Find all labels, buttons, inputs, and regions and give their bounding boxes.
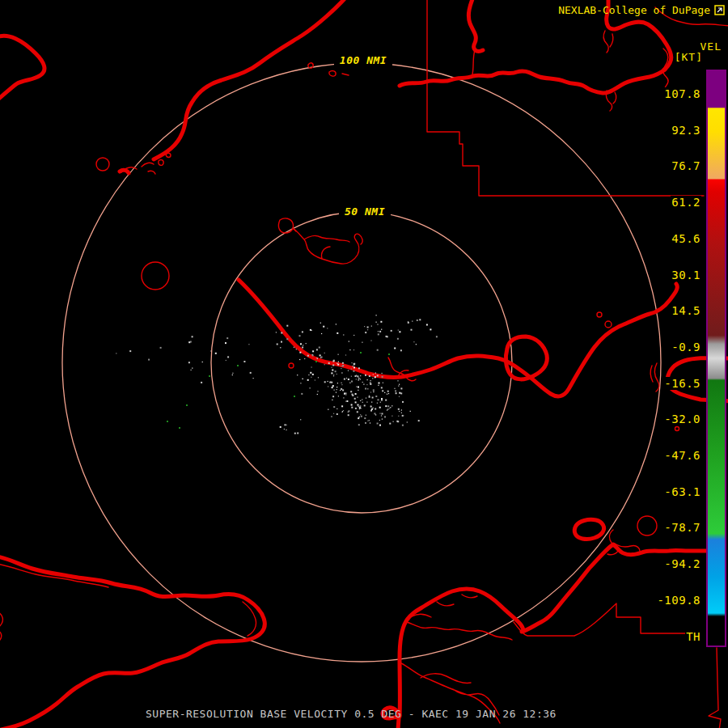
coastline-top-west: [154, 0, 348, 159]
scale-label-612: 61.2: [671, 196, 701, 209]
header-title: NEXLAB-College of DuPage: [558, 4, 725, 16]
southwest-island-inner: [0, 564, 256, 640]
range-ring-100nmi: [62, 63, 661, 662]
scale-label--320: -32.0: [663, 413, 701, 425]
lake-central: [293, 228, 362, 264]
map-borders: [0, 0, 728, 728]
range-ring-50nmi: [211, 212, 512, 513]
tiny-detail-3: [605, 321, 612, 328]
velocity-colorbar: [706, 70, 726, 647]
lake-central-west-loop: [278, 218, 296, 233]
small-island-southeast: [574, 519, 603, 539]
scale-label--165: -16.5: [663, 377, 701, 390]
junction-detail-southeast: [607, 530, 640, 555]
scale-label--09: -0.9: [671, 341, 701, 353]
tiny-detail-1: [289, 363, 294, 368]
ring-label-50nmi: 50 NMI: [345, 205, 385, 218]
border-right-edge: [709, 648, 721, 728]
small-circle-island-1: [96, 158, 109, 171]
title-text: NEXLAB-College of DuPage: [558, 4, 710, 16]
scale-label-145: 14.5: [671, 304, 701, 317]
scale-label-1078: 107.8: [663, 87, 701, 100]
product-caption: SUPER-RESOLUTION BASE VELOCITY 0.5 DEG -…: [146, 708, 557, 720]
ring-labels: 100 NMI 50 NMI: [334, 53, 392, 218]
scale-units-kt: [KT]: [675, 51, 703, 63]
ring-label-100nmi: 100 NMI: [340, 54, 387, 66]
inlet-detail-east: [650, 363, 659, 392]
scale-label-923: 92.3: [671, 124, 701, 137]
coastline-top-inlet: [468, 0, 483, 51]
scale-label--942: -94.2: [663, 557, 701, 570]
radar-echoes: [116, 315, 438, 434]
radar-map: 100 NMI 50 NMI: [0, 0, 728, 728]
scale-label-301: 30.1: [671, 269, 701, 281]
coastline-central: [239, 280, 677, 396]
county-border-southeast: [514, 603, 686, 636]
inlet-detail-north: [472, 31, 613, 74]
small-circle-island-3: [637, 516, 657, 535]
dupage-logo-icon: [714, 5, 725, 15]
coastline-southwest-island: [0, 557, 265, 728]
scale-label-767: 76.7: [671, 159, 701, 172]
scale-label--631: -63.1: [663, 485, 701, 498]
small-circle-island-2: [142, 262, 169, 290]
scale-label--787: -78.7: [663, 521, 701, 534]
coastline-south-island: [400, 544, 709, 717]
scale-units-vel: VEL: [700, 40, 722, 53]
scale-label-456: 45.6: [671, 232, 701, 245]
scale-label-TH: TH: [685, 630, 701, 643]
county-border-northeast: [427, 0, 704, 196]
scale-label--476: -47.6: [663, 449, 701, 462]
radar-display: 100 NMI 50 NMI NEXLAB-College of DuPage …: [0, 0, 728, 728]
tiny-detail-2: [675, 427, 679, 431]
coastline-top-left-island: [0, 36, 44, 100]
scale-label--1098: -109.8: [656, 594, 701, 607]
range-rings: [62, 63, 661, 662]
tiny-detail-4: [597, 312, 602, 317]
